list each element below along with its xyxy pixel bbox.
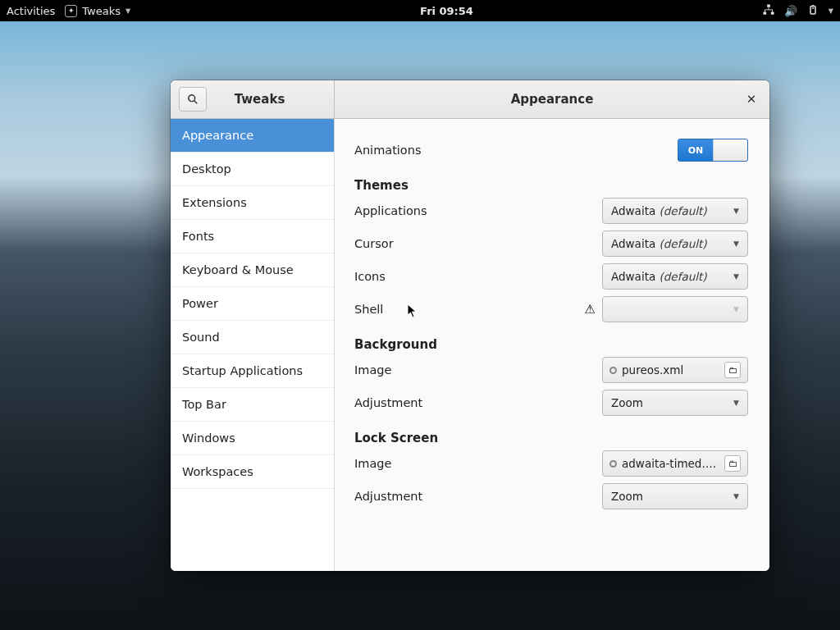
- chevron-down-icon: ▼: [733, 492, 739, 500]
- lock-adjustment-combo[interactable]: Zoom ▼: [602, 483, 748, 509]
- sidebar-item-windows[interactable]: Windows: [171, 422, 334, 455]
- chevron-down-icon: ▼: [829, 7, 833, 15]
- title-bar: Tweaks Appearance ✕: [171, 80, 769, 119]
- svg-rect-1: [763, 11, 766, 14]
- background-adjustment-label: Adjustment: [354, 396, 422, 409]
- page-title: Appearance: [335, 92, 769, 107]
- file-type-icon: [609, 367, 617, 374]
- content-pane: Animations ON Themes Applications Adwait…: [335, 119, 769, 571]
- svg-rect-3: [768, 7, 769, 9]
- lock-adjustment-label: Adjustment: [354, 490, 422, 503]
- sidebar-title: Tweaks: [213, 92, 334, 107]
- shell-label: Shell: [354, 303, 383, 316]
- svg-rect-0: [767, 4, 770, 7]
- animations-label: Animations: [354, 144, 421, 157]
- power-icon[interactable]: [807, 4, 819, 18]
- sidebar-item-sound[interactable]: Sound: [171, 321, 334, 354]
- sidebar-item-keyboard-mouse[interactable]: Keyboard & Mouse: [171, 253, 334, 287]
- svg-rect-4: [765, 9, 773, 10]
- svg-rect-2: [771, 11, 774, 14]
- sidebar: Appearance Desktop Extensions Fonts Keyb…: [171, 119, 335, 571]
- applications-theme-combo[interactable]: Adwaita (default) ▼: [602, 198, 748, 224]
- network-icon[interactable]: [763, 4, 774, 18]
- tweaks-app-icon: ✦: [65, 5, 77, 17]
- switch-on-label: ON: [678, 139, 713, 161]
- sidebar-item-startup-applications[interactable]: Startup Applications: [171, 354, 334, 388]
- switch-knob: [713, 139, 747, 161]
- background-image-label: Image: [354, 363, 391, 377]
- warning-icon: ⚠: [585, 302, 596, 317]
- sidebar-item-desktop[interactable]: Desktop: [171, 153, 334, 186]
- icons-theme-combo[interactable]: Adwaita (default) ▼: [602, 263, 748, 290]
- chevron-down-icon: ▼: [126, 7, 130, 15]
- svg-line-11: [194, 101, 198, 104]
- file-chooser-open-icon: 🗀: [724, 455, 741, 472]
- desktop-top-bar: Activities ✦ Tweaks ▼ Fri 09:54 🔊 ▼: [0, 0, 840, 21]
- activities-button[interactable]: Activities: [7, 5, 55, 17]
- applications-label: Applications: [354, 204, 427, 217]
- sidebar-item-appearance[interactable]: Appearance: [171, 119, 334, 153]
- clock[interactable]: Fri 09:54: [420, 5, 473, 17]
- background-header: Background: [354, 337, 748, 352]
- search-button[interactable]: [179, 87, 207, 112]
- app-menu[interactable]: ✦ Tweaks ▼: [65, 5, 130, 17]
- sidebar-item-power[interactable]: Power: [171, 287, 334, 321]
- background-adjustment-combo[interactable]: Zoom ▼: [602, 390, 748, 416]
- background-image-button[interactable]: pureos.xml 🗀: [602, 357, 748, 383]
- close-button[interactable]: ✕: [743, 91, 760, 107]
- sidebar-item-workspaces[interactable]: Workspaces: [171, 455, 334, 489]
- svg-point-10: [189, 95, 195, 102]
- icons-label: Icons: [354, 270, 386, 283]
- svg-rect-7: [810, 6, 815, 14]
- tweaks-window: Tweaks Appearance ✕ Appearance Desktop E…: [171, 80, 769, 571]
- sidebar-item-top-bar[interactable]: Top Bar: [171, 388, 334, 422]
- lock-screen-header: Lock Screen: [354, 431, 748, 445]
- chevron-down-icon: ▼: [733, 305, 739, 313]
- app-menu-label: Tweaks: [82, 5, 121, 17]
- animations-switch[interactable]: ON: [678, 139, 748, 162]
- lock-image-button[interactable]: adwaita-timed.xml 🗀: [602, 450, 748, 477]
- sidebar-item-fonts[interactable]: Fonts: [171, 220, 334, 253]
- chevron-down-icon: ▼: [733, 207, 739, 215]
- svg-rect-5: [765, 9, 765, 11]
- chevron-down-icon: ▼: [733, 240, 739, 248]
- chevron-down-icon: ▼: [733, 272, 739, 281]
- svg-rect-6: [772, 9, 773, 11]
- file-type-icon: [609, 460, 617, 468]
- lock-image-label: Image: [354, 457, 391, 470]
- search-icon: [187, 94, 199, 105]
- cursor-theme-combo[interactable]: Adwaita (default) ▼: [602, 231, 748, 257]
- close-icon: ✕: [746, 92, 757, 107]
- shell-theme-combo: ▼: [602, 296, 748, 322]
- chevron-down-icon: ▼: [733, 399, 739, 407]
- sidebar-item-extensions[interactable]: Extensions: [171, 186, 334, 220]
- file-chooser-open-icon: 🗀: [724, 362, 741, 378]
- themes-header: Themes: [354, 178, 748, 193]
- volume-icon[interactable]: 🔊: [784, 5, 797, 17]
- cursor-label: Cursor: [354, 237, 394, 250]
